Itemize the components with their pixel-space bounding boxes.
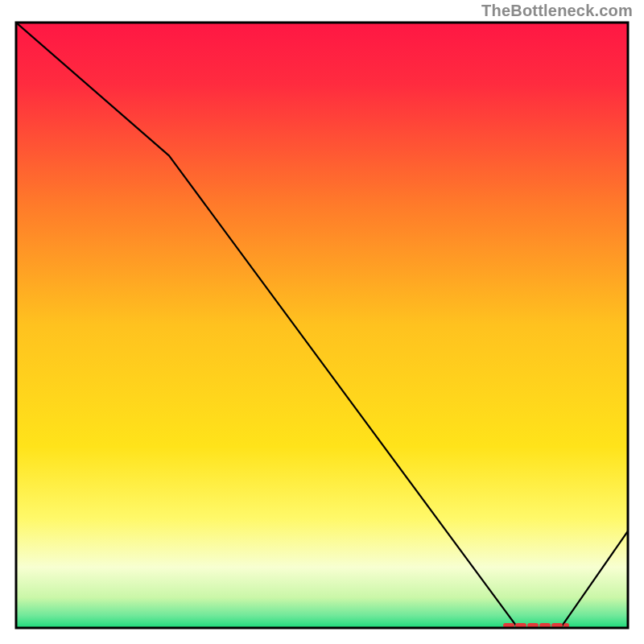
gradient-fill — [16, 23, 628, 628]
chart-area — [14, 21, 630, 630]
chart-svg — [14, 21, 630, 630]
watermark-text: TheBottleneck.com — [481, 2, 633, 20]
